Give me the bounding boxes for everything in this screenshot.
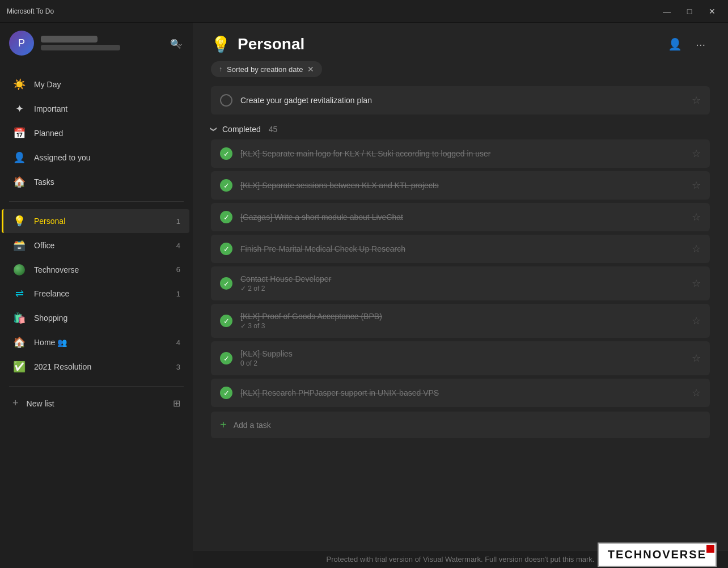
task-item[interactable]: Create your gadget revitalization plan ☆ bbox=[211, 86, 710, 115]
new-list-button[interactable]: + New list ⊞ bbox=[3, 392, 189, 415]
sidebar-item-personal[interactable]: 💡 Personal 1 bbox=[2, 209, 189, 233]
sidebar-item-assigned[interactable]: 👤 Assigned to you bbox=[3, 146, 189, 169]
sort-bar: ↑ Sorted by creation date ✕ bbox=[193, 61, 728, 86]
task-checkbox[interactable]: ✓ bbox=[220, 211, 232, 223]
shopping-icon: 🛍️ bbox=[12, 312, 26, 324]
sidebar-item-label: Shopping bbox=[34, 313, 180, 323]
lists-section: 💡 Personal 1 🗃️ Office 4 Technoverse 6 ⇌ bbox=[0, 206, 193, 382]
user-profile[interactable]: P ⌄ bbox=[0, 23, 193, 63]
sidebar-item-home[interactable]: 🏠 Home 👥 4 bbox=[3, 330, 189, 354]
sort-chip: ↑ Sorted by creation date ✕ bbox=[211, 61, 322, 77]
task-star-button[interactable]: ☆ bbox=[692, 315, 701, 327]
maximize-button[interactable]: □ bbox=[680, 3, 699, 19]
new-list-label: New list bbox=[27, 399, 54, 408]
watermark-bar: Protected with trial version of Visual W… bbox=[193, 550, 728, 568]
technoverse-count: 6 bbox=[176, 265, 180, 274]
task-checkbox[interactable]: ✓ bbox=[220, 147, 232, 160]
task-checkbox[interactable]: ✓ bbox=[220, 315, 232, 327]
task-star-button[interactable]: ☆ bbox=[692, 243, 701, 255]
sidebar-item-office[interactable]: 🗃️ Office 4 bbox=[3, 234, 189, 257]
user-email bbox=[41, 45, 120, 50]
task-title: [KLX] Separate sessions between KLX and … bbox=[240, 181, 684, 190]
task-item[interactable]: ✓ [KLX] Proof of Goods Acceptance (BPB) … bbox=[211, 304, 710, 338]
share-button[interactable]: 👤 bbox=[663, 34, 687, 54]
sun-icon: ☀️ bbox=[12, 78, 26, 91]
home-icon: 🏠 bbox=[12, 336, 26, 349]
task-checkbox[interactable]: ✓ bbox=[220, 277, 232, 290]
user-info-left: P bbox=[9, 31, 120, 56]
avatar: P bbox=[9, 31, 34, 56]
sidebar-item-important[interactable]: ✦ Important bbox=[3, 97, 189, 121]
task-item[interactable]: ✓ [KLX] Separate sessions between KLX an… bbox=[211, 171, 710, 200]
watermark-logo: TECHNOVERSE bbox=[598, 542, 717, 567]
sidebar-item-technoverse[interactable]: Technoverse 6 bbox=[3, 258, 189, 281]
task-item[interactable]: ✓ [KLX] Supplies 0 of 2 ☆ bbox=[211, 341, 710, 375]
header-left: 💡 Personal bbox=[211, 35, 304, 54]
task-content: [KLX] Proof of Goods Acceptance (BPB) ✓ … bbox=[240, 312, 684, 330]
nav-section: ☀️ My Day ✦ Important 📅 Planned 👤 Assign… bbox=[0, 70, 193, 197]
task-title: Create your gadget revitalization plan bbox=[240, 96, 684, 105]
task-item[interactable]: ✓ [Gazgas] Write a short module about Li… bbox=[211, 203, 710, 231]
pixel-dot bbox=[706, 545, 714, 553]
sidebar-item-shopping[interactable]: 🛍️ Shopping bbox=[3, 306, 189, 330]
sort-arrow-icon: ↑ bbox=[219, 65, 222, 73]
sidebar-item-my-day[interactable]: ☀️ My Day bbox=[3, 73, 189, 96]
task-star-button[interactable]: ☆ bbox=[692, 211, 701, 223]
task-title: Finish Pre-Marital Medical Check Up Rese… bbox=[240, 244, 684, 253]
sidebar-item-label: Important bbox=[34, 104, 180, 113]
task-star-button[interactable]: ☆ bbox=[692, 179, 701, 192]
task-checkbox[interactable]: ✓ bbox=[220, 387, 232, 399]
task-item[interactable]: ✓ [KLX] Separate main logo for KLX / KL … bbox=[211, 139, 710, 168]
task-content: [KLX] Separate sessions between KLX and … bbox=[240, 181, 684, 190]
sidebar-item-label: Home 👥 bbox=[34, 338, 168, 347]
task-checkbox[interactable]: ✓ bbox=[220, 352, 232, 364]
sidebar-item-planned[interactable]: 📅 Planned bbox=[3, 121, 189, 145]
sort-label: Sorted by creation date bbox=[227, 65, 303, 74]
globe-icon bbox=[12, 264, 26, 275]
task-star-button[interactable]: ☆ bbox=[692, 94, 701, 107]
clear-sort-button[interactable]: ✕ bbox=[307, 65, 314, 74]
user-details bbox=[41, 36, 120, 50]
task-item[interactable]: ✓ [KLX] Research PHPJasper support in UN… bbox=[211, 379, 710, 407]
task-item[interactable]: ✓ Contact House Developer ✓ 2 of 2 ☆ bbox=[211, 266, 710, 300]
person-icon: 👤 bbox=[12, 151, 26, 164]
task-title: [KLX] Separate main logo for KLX / KL Su… bbox=[240, 149, 684, 158]
more-options-button[interactable]: ··· bbox=[691, 35, 710, 54]
title-bar: Microsoft To Do — □ ✕ bbox=[0, 0, 728, 23]
sidebar-item-freelance[interactable]: ⇌ Freelance 1 bbox=[3, 282, 189, 306]
task-content: [KLX] Supplies 0 of 2 bbox=[240, 349, 684, 367]
sidebar-item-resolution[interactable]: ✅ 2021 Resolution 3 bbox=[3, 355, 189, 379]
task-title: [KLX] Proof of Goods Acceptance (BPB) bbox=[240, 312, 684, 321]
task-item[interactable]: ✓ Finish Pre-Marital Medical Check Up Re… bbox=[211, 235, 710, 263]
app-title-text: Microsoft To Do bbox=[7, 7, 54, 15]
task-star-button[interactable]: ☆ bbox=[692, 387, 701, 399]
content-header: 💡 Personal 👤 ··· bbox=[193, 23, 728, 61]
sidebar-item-label: My Day bbox=[34, 80, 180, 89]
collapse-arrow-icon: ❯ bbox=[210, 126, 218, 132]
add-task-bar[interactable]: + Add a task bbox=[211, 412, 710, 438]
sidebar-item-label: 2021 Resolution bbox=[34, 362, 168, 371]
task-content: [KLX] Separate main logo for KLX / KL Su… bbox=[240, 149, 684, 158]
home-count: 4 bbox=[176, 338, 180, 347]
minimize-button[interactable]: — bbox=[658, 3, 676, 19]
tasks-icon: 🏠 bbox=[12, 176, 26, 188]
sidebar-item-label: Tasks bbox=[34, 177, 180, 186]
close-button[interactable]: ✕ bbox=[703, 3, 721, 19]
sidebar-item-label: Planned bbox=[34, 129, 180, 138]
sidebar-item-label: Office bbox=[34, 241, 168, 250]
task-content: Contact House Developer ✓ 2 of 2 bbox=[240, 274, 684, 293]
search-button[interactable]: 🔍 bbox=[164, 35, 187, 53]
task-checkbox[interactable]: ✓ bbox=[220, 243, 232, 255]
freelance-count: 1 bbox=[176, 290, 180, 298]
task-list: Create your gadget revitalization plan ☆… bbox=[193, 86, 728, 550]
completed-label: Completed bbox=[222, 125, 261, 134]
plus-icon: + bbox=[12, 397, 19, 409]
completed-section-header[interactable]: ❯ Completed 45 bbox=[211, 118, 710, 139]
task-star-button[interactable]: ☆ bbox=[692, 277, 701, 290]
task-star-button[interactable]: ☆ bbox=[692, 352, 701, 364]
task-star-button[interactable]: ☆ bbox=[692, 147, 701, 160]
sidebar-item-tasks[interactable]: 🏠 Tasks bbox=[3, 170, 189, 194]
task-checkbox[interactable] bbox=[220, 94, 232, 107]
briefcase-icon: 🗃️ bbox=[12, 239, 26, 252]
task-checkbox[interactable]: ✓ bbox=[220, 179, 232, 192]
